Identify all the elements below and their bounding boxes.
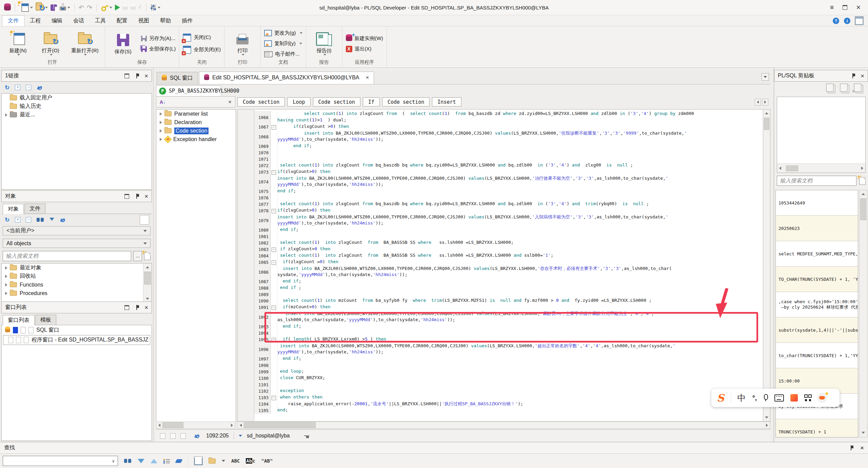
menu-item-4[interactable]: 会话 xyxy=(68,15,90,26)
close-tab-icon[interactable]: × xyxy=(366,74,369,81)
ribbon-button[interactable]: 报告(t) xyxy=(310,30,339,57)
expand-icon[interactable] xyxy=(5,292,7,295)
expand-icon[interactable] xyxy=(5,113,7,117)
code-editor[interactable]: 1066 select count(1) into zlxgCount from… xyxy=(237,109,770,422)
find-close-button[interactable]: × xyxy=(860,444,864,452)
info-icon[interactable]: i xyxy=(844,18,850,24)
menu-item-9[interactable]: 插件 xyxy=(176,15,198,26)
layout-icon[interactable] xyxy=(855,17,863,25)
ribbon-button[interactable]: 新建(N) xyxy=(3,30,33,57)
code-line-1068[interactable]: 1068 insert into BA_ZKJL00(LSH000,WTSZ00… xyxy=(277,130,770,143)
document-tab[interactable]: Edit SD_HOSPITAL.SP_BA_BASSJZKXYBYLSH000… xyxy=(199,72,374,84)
code-line-1076[interactable]: 1076 xyxy=(277,195,770,201)
expand-icon[interactable] xyxy=(160,112,162,116)
code-line-1069[interactable]: 1069 end if; xyxy=(277,143,770,150)
fold-collapse-icon[interactable]: − xyxy=(272,396,276,400)
code-line-1101[interactable]: 1101 xyxy=(277,382,770,388)
code-line-1066[interactable]: 1066 select count(1) into zlxgCount from… xyxy=(277,111,770,124)
tree-item[interactable]: 输入历史 xyxy=(2,102,152,111)
tree-item[interactable]: Parameter list xyxy=(156,110,236,118)
clipboard-item[interactable]: 20250623 xyxy=(776,216,858,241)
ribbon-button[interactable]: 新建实例(W) xyxy=(346,35,383,42)
ribbon-button[interactable]: 复制到(y) xyxy=(264,40,302,47)
code-line-1080[interactable]: 1080 end if; xyxy=(277,227,770,233)
links-pin-icon[interactable] xyxy=(135,73,139,78)
code-line-1075[interactable]: 1075end if; xyxy=(277,188,770,195)
windows-maximize-button[interactable] xyxy=(124,305,129,310)
undo-button[interactable]: ↶ xyxy=(79,4,84,11)
code-line-1098[interactable]: 1098 xyxy=(277,362,770,369)
tree-item[interactable]: 回收站 xyxy=(2,272,152,280)
preview-horizontal-scrollbar[interactable] xyxy=(777,163,865,173)
ribbon-button[interactable]: 打印 xyxy=(228,30,257,57)
find-search-combobox[interactable]: ∨ xyxy=(3,456,118,466)
clipboard-item[interactable]: TRUNC(SYSDATE) + 1 xyxy=(776,419,858,437)
tab-list-dropdown-button[interactable] xyxy=(762,73,769,81)
toolbox-grid-icon[interactable] xyxy=(804,394,811,401)
breadcrumb-button[interactable]: Loop xyxy=(287,97,310,106)
objects-filter-icon[interactable] xyxy=(50,218,54,221)
code-line-1091[interactable]: 1091− if(mzCount>0) then xyxy=(277,304,770,311)
breadcrumb-button[interactable]: Code section xyxy=(313,97,360,106)
menu-item-6[interactable]: 配置 xyxy=(111,15,133,26)
links-maximize-button[interactable] xyxy=(124,74,129,78)
code-line-1070[interactable]: 1070 xyxy=(277,150,770,156)
clipboard-item[interactable]: to_char(TRUNC(SYSDATE) + 1,'YYYY-M xyxy=(776,343,858,368)
code-line-1095[interactable]: 1095− if( length( LS_BRZYXX.Lxrxm0) >5 )… xyxy=(277,336,770,343)
outline-sort-close-button[interactable]: × xyxy=(228,99,232,105)
code-line-1086[interactable]: 1086 insert into BA_ZKJL00(LSH000,WTSZ00… xyxy=(277,266,770,278)
expand-icon[interactable] xyxy=(5,283,7,287)
ribbon-button[interactable]: 电子邮件... xyxy=(264,51,302,57)
code-line-1103[interactable]: 1103− when others then xyxy=(277,394,770,401)
clipboard-item[interactable]: TO_CHAR(TRUNC(SYSDATE) + 1, 'YYYYM xyxy=(776,267,858,292)
objects-maximize-button[interactable] xyxy=(124,194,129,199)
menu-item-8[interactable]: 帮助 xyxy=(155,15,176,26)
expand-icon[interactable] xyxy=(160,129,162,133)
clipboard-search-input[interactable] xyxy=(777,176,856,186)
quick-new-window-button[interactable] xyxy=(19,3,33,12)
skin-icon[interactable] xyxy=(790,394,798,402)
quoted-match-toggle[interactable]: "AB" xyxy=(261,458,273,464)
objects-search-more-button[interactable]: ... xyxy=(133,251,142,261)
objects-collapse-all-button[interactable]: − xyxy=(26,217,31,222)
ribbon-button[interactable]: 更改为(g) xyxy=(264,30,302,36)
clipboard-list-scrollbar[interactable] xyxy=(859,190,867,437)
code-line-1102[interactable]: 1102 exception xyxy=(277,388,770,394)
find-clear-icon[interactable] xyxy=(175,459,182,463)
user-filter-dropdown[interactable]: <当前用户> xyxy=(3,226,151,235)
panel-tab-窗口列表[interactable]: 窗口列表 xyxy=(3,315,35,325)
code-line-1088[interactable]: 1088 end if ; xyxy=(277,285,770,291)
code-line-1097[interactable]: 1097 end if; xyxy=(277,356,770,362)
clipboard-pin-icon[interactable] xyxy=(851,73,855,78)
program-unit-header[interactable]: P SP_BA_BASSJZKXYBYLSH000 xyxy=(156,85,221,96)
ribbon-button[interactable]: 保存(S) xyxy=(108,31,138,56)
code-line-1099[interactable]: 1099 end loop; xyxy=(277,369,770,375)
links-expand-all-button[interactable]: + xyxy=(15,85,20,90)
whole-word-toggle[interactable]: Abc xyxy=(246,458,255,464)
clipboard-clear-icon[interactable] xyxy=(855,85,863,93)
panel-tab-模板[interactable]: 模板 xyxy=(35,315,56,325)
ribbon-button[interactable]: 退出(X) xyxy=(346,46,383,52)
panel-tab-文件[interactable]: 文件 xyxy=(24,203,45,214)
tree-item[interactable]: 最近... xyxy=(2,111,152,119)
objects-settings-icon[interactable] xyxy=(60,217,65,222)
objects-search-input[interactable] xyxy=(3,251,131,261)
find-next-icon[interactable] xyxy=(138,459,144,463)
breadcrumb-prev-button[interactable] xyxy=(755,99,761,105)
object-filter-dropdown[interactable]: All objects xyxy=(3,239,151,248)
clipboard-item[interactable]: ,case when c.fysj00>'15:00:00' the —by c… xyxy=(776,292,858,317)
code-line-1094[interactable]: 1094 xyxy=(277,330,770,336)
expand-icon[interactable] xyxy=(160,121,162,124)
window-list-item[interactable]: 程序窗口 - Edit SD_HOSPITAL.SP_BA_BASSJZ xyxy=(3,335,150,345)
clipboard-paste-icon[interactable] xyxy=(842,85,849,93)
code-line-1083[interactable]: 1083− if zlxgCount>0 then xyxy=(277,246,770,253)
fold-collapse-icon[interactable]: − xyxy=(272,248,276,252)
ribbon-button[interactable]: 重新打开(R) xyxy=(68,30,101,57)
close-window-button[interactable]: × xyxy=(856,3,861,12)
objects-extra-button[interactable] xyxy=(140,215,149,225)
expand-icon[interactable] xyxy=(5,266,7,270)
menu-item-7[interactable]: 视图 xyxy=(133,15,155,26)
breadcrumb-next-button[interactable] xyxy=(762,99,768,105)
find-pin-icon[interactable] xyxy=(849,445,853,450)
ime-punctuation-toggle[interactable]: °, xyxy=(752,394,757,402)
